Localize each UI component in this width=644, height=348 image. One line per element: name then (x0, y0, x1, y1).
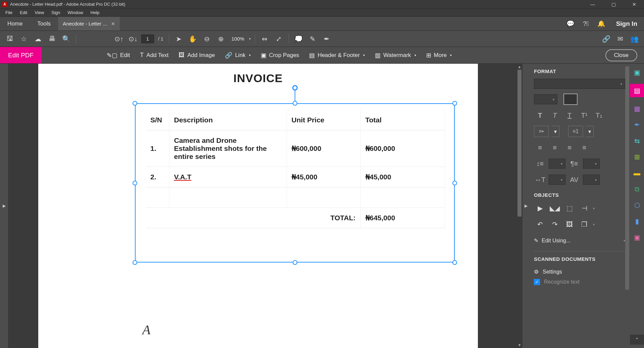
tab-close-icon[interactable]: ✕ (111, 21, 115, 26)
close-window-button[interactable]: ✕ (627, 0, 642, 9)
recognize-text-checkbox[interactable]: ✓ Recognize text (534, 277, 625, 287)
resize-handle-ml[interactable] (133, 181, 137, 185)
paragraph-spacing-dropdown[interactable]: ▾ (583, 159, 600, 169)
sign-in-button[interactable]: Sign In (616, 20, 637, 27)
menu-window[interactable]: Window (65, 9, 86, 16)
zoom-dropdown-icon[interactable]: ▾ (249, 37, 251, 41)
font-family-dropdown[interactable]: ▾ (534, 79, 625, 89)
menu-edit[interactable]: Edit (17, 9, 30, 16)
crop-pages-button[interactable]: ▣Crop Pages (256, 50, 304, 61)
menu-help[interactable]: Help (88, 9, 102, 16)
resize-handle-bm[interactable] (293, 260, 297, 265)
tab-tools[interactable]: Tools (30, 17, 58, 31)
italic-icon[interactable]: T (549, 110, 561, 121)
font-size-dropdown[interactable]: ▾ (534, 94, 557, 104)
superscript-icon[interactable]: T¹ (578, 110, 590, 121)
paragraph-spacing-icon[interactable]: ¶≡ (568, 158, 580, 169)
text-color-well[interactable] (563, 94, 578, 105)
sign-rail-icon[interactable]: ✒ (632, 120, 642, 129)
align-justify-icon[interactable]: ≡ (578, 142, 590, 153)
help-icon[interactable]: ?⃝ (582, 20, 590, 28)
flip-horizontal-icon[interactable]: ◣◢ (549, 202, 561, 214)
save-icon[interactable]: 🖫 (4, 33, 15, 45)
align-right-icon[interactable]: ≡ (563, 142, 576, 153)
underline-icon[interactable]: T (563, 110, 576, 121)
create-pdf-rail-icon[interactable]: ▣ (632, 68, 642, 77)
zoom-out-icon[interactable]: ⊖ (201, 33, 213, 45)
numbered-list-icon[interactable]: ≡1 (568, 126, 583, 137)
page-number-input[interactable] (141, 35, 154, 43)
sign-tool-icon[interactable]: ✒ (321, 33, 333, 45)
numbered-list-dropdown[interactable]: ▾ (586, 126, 594, 137)
zoom-value[interactable]: 100% (232, 36, 244, 42)
rail-collapse-icon[interactable]: ⌃ (630, 335, 644, 345)
document-canvas[interactable]: INVOICE S/N Description Unit Price (8, 64, 523, 348)
horizontal-scale-icon[interactable]: ↔T (534, 174, 546, 185)
zoom-in-icon[interactable]: ⊕ (215, 33, 227, 45)
share-people-icon[interactable]: 👥 (629, 33, 640, 45)
star-icon[interactable]: ☆ (18, 33, 30, 45)
resize-handle-mr[interactable] (452, 181, 457, 185)
export-pdf-rail-icon[interactable]: ▦ (632, 104, 642, 113)
left-panel-toggle[interactable]: ▶ (0, 64, 8, 348)
compress-rail-icon[interactable]: ▣ (632, 233, 642, 242)
header-footer-button[interactable]: ▤Header & Footer▾ (304, 50, 369, 61)
replace-image-icon[interactable]: 🖼 (563, 219, 576, 230)
print-icon[interactable]: 🖶 (46, 33, 58, 45)
email-icon[interactable]: ✉ (614, 33, 626, 45)
flip-vertical-icon[interactable]: ▶ (534, 202, 546, 214)
protect-rail-icon[interactable]: ⬡ (632, 200, 642, 210)
resize-handle-bl[interactable] (133, 260, 137, 265)
redact-rail-icon[interactable]: ▮ (632, 217, 642, 226)
add-image-button[interactable]: 🖼Add Image (174, 50, 219, 61)
menu-view[interactable]: View (32, 9, 47, 16)
fit-width-icon[interactable]: ⇔ (259, 33, 270, 45)
notifications-icon[interactable]: 🔔 (597, 20, 605, 28)
rotate-ccw-icon[interactable]: ↶ (534, 219, 546, 230)
highlight-tool-icon[interactable]: ✎ (307, 33, 318, 45)
right-panel-toggle[interactable]: ▶ (523, 64, 529, 348)
panel-scrollbar[interactable] (625, 66, 629, 345)
scroll-down-icon[interactable]: ▼ (516, 342, 523, 348)
scroll-thumb[interactable] (517, 70, 522, 217)
resize-handle-tr[interactable] (452, 101, 457, 106)
add-text-button[interactable]: TAdd Text (135, 50, 173, 61)
more-button[interactable]: ⊞More▾ (422, 50, 457, 61)
comments-icon[interactable]: 💬 (566, 20, 575, 28)
character-spacing-icon[interactable]: AV (568, 174, 580, 185)
link-button[interactable]: 🔗Link▾ (220, 50, 255, 61)
subscript-icon[interactable]: T₁ (593, 110, 605, 121)
close-edit-button[interactable]: Close (605, 49, 637, 61)
line-spacing-dropdown[interactable]: ▾ (549, 159, 565, 169)
selection-tool-icon[interactable]: ➤ (173, 33, 185, 45)
cloud-upload-icon[interactable]: ☁ (32, 33, 44, 45)
page-down-icon[interactable]: ⊙↓ (127, 33, 139, 45)
minimize-button[interactable]: — (585, 0, 600, 9)
rotate-cw-icon[interactable]: ↷ (549, 219, 561, 230)
edit-using-button[interactable]: ✎ Edit Using... ▾ (534, 235, 625, 246)
combine-rail-icon[interactable]: ⧉ (632, 184, 642, 194)
vertical-scrollbar[interactable]: ▲ ▼ (516, 64, 523, 348)
comment-rail-icon[interactable]: ▬ (632, 168, 642, 178)
bold-icon[interactable]: T (534, 110, 546, 121)
organize-rail-icon[interactable]: ⇆ (632, 136, 642, 146)
line-spacing-icon[interactable]: ↕≡ (534, 158, 546, 169)
scroll-up-icon[interactable]: ▲ (516, 64, 523, 70)
resize-handle-tl[interactable] (133, 101, 137, 106)
resize-handle-tm[interactable] (293, 101, 297, 106)
hand-tool-icon[interactable]: ✋ (187, 33, 199, 45)
edit-pdf-rail-icon[interactable]: ▤ (630, 84, 644, 97)
edit-button[interactable]: ✎▢Edit (102, 50, 135, 61)
settings-button[interactable]: ⚙ Settings (534, 267, 625, 277)
character-spacing-dropdown[interactable]: ▾ (583, 175, 600, 185)
tab-document[interactable]: Anecdote - Letter ... ✕ (58, 17, 120, 31)
menu-file[interactable]: File (3, 9, 15, 16)
attach-icon[interactable]: 🔗 (600, 33, 612, 45)
fit-page-icon[interactable]: ⤢ (273, 33, 285, 45)
maximize-button[interactable]: ▢ (606, 0, 621, 9)
watermark-button[interactable]: ▥Watermark▾ (370, 50, 421, 61)
crop-object-icon[interactable]: ⬚ (563, 202, 576, 214)
align-objects-icon[interactable]: ⊣ (578, 202, 590, 214)
resize-handle-br[interactable] (452, 260, 457, 265)
comment-tool-icon[interactable]: 💭 (293, 33, 304, 45)
